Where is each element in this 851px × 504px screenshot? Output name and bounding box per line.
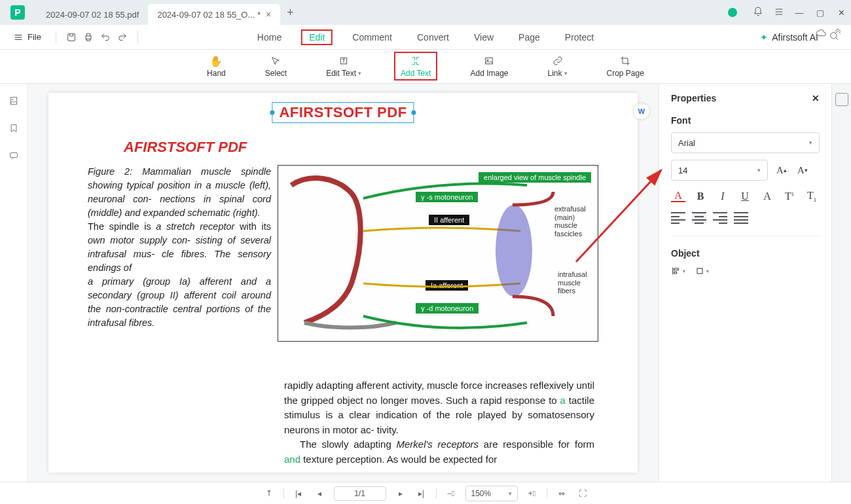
font-size-value: 14 xyxy=(678,166,687,175)
comment-icon[interactable] xyxy=(9,151,19,164)
cursor-icon xyxy=(270,54,281,67)
save-icon[interactable] xyxy=(65,31,77,43)
cloud-controls xyxy=(816,27,843,41)
sparkle-icon: ✦ xyxy=(760,32,768,43)
font-family-value: Arial xyxy=(678,138,695,148)
tab-label: 2024-09-07 02 18 55.pdf xyxy=(46,10,139,20)
tab-inactive[interactable]: 2024-09-07 02 18 55.pdf xyxy=(37,4,148,25)
ribbon-label: Link▾ xyxy=(548,69,568,78)
minimize-icon[interactable]: — xyxy=(795,8,804,18)
allcaps-button[interactable]: A xyxy=(760,190,774,202)
tab-edit[interactable]: Edit xyxy=(301,29,333,45)
hand-icon: ✋ xyxy=(209,54,223,67)
svg-rect-12 xyxy=(697,268,702,274)
font-size-select[interactable]: 14 ▾ xyxy=(671,160,768,181)
close-window-icon[interactable]: ✕ xyxy=(837,8,846,18)
first-page-icon[interactable]: ⤒ xyxy=(263,489,276,498)
align-justify-button[interactable] xyxy=(734,212,748,224)
word-export-icon[interactable]: W xyxy=(634,103,649,119)
tab-active[interactable]: 2024-09-07 02 18 55_O... * × xyxy=(148,4,280,25)
font-color-button[interactable]: A xyxy=(671,190,685,202)
canvas-area[interactable]: W AFIRSTSOFT PDF AFIRSTSOFT PDF Figure 2… xyxy=(27,84,659,482)
last-icon[interactable]: ▸| xyxy=(415,489,428,498)
zoom-out-icon[interactable]: −⃝ xyxy=(444,489,458,498)
added-text-selection[interactable]: AFIRSTSOFT PDF xyxy=(272,102,414,123)
maximize-icon[interactable]: ▢ xyxy=(816,8,825,18)
zoom-select[interactable]: 150%▾ xyxy=(465,486,518,501)
bold-button[interactable]: B xyxy=(693,190,708,202)
chevron-down-icon: ▾ xyxy=(809,139,812,146)
font-family-select[interactable]: Arial ▾ xyxy=(671,132,820,153)
ai-brand-button[interactable]: ✦ Afirstsoft AI xyxy=(760,32,818,43)
svg-point-9 xyxy=(496,205,532,297)
main-area: W AFIRSTSOFT PDF AFIRSTSOFT PDF Figure 2… xyxy=(0,84,851,482)
ribbon-crop-page[interactable]: Crop Page xyxy=(600,52,651,81)
svg-rect-11 xyxy=(674,272,677,274)
ribbon-label: Add Image xyxy=(470,69,508,78)
print-icon[interactable] xyxy=(82,31,94,43)
right-rail xyxy=(831,84,851,482)
bookmark-icon[interactable] xyxy=(9,123,19,136)
ribbon-label: Edit Text▾ xyxy=(326,69,361,78)
menu-icon[interactable] xyxy=(774,7,783,19)
tab-home[interactable]: Home xyxy=(252,29,287,45)
ribbon-link[interactable]: Link▾ xyxy=(541,52,574,81)
status-bar: ⤒ |◂ ◂ 1/1 ▸ ▸| −⃝ 150%▾ +⃝ ⇔ ⛶ xyxy=(0,482,851,504)
add-text-icon xyxy=(410,54,421,67)
bell-icon[interactable] xyxy=(753,7,762,19)
tab-view[interactable]: View xyxy=(469,29,499,45)
ribbon-add-image[interactable]: Add Image xyxy=(463,52,515,81)
align-right-button[interactable] xyxy=(713,212,727,224)
cloud-icon[interactable] xyxy=(816,27,826,41)
svg-rect-8 xyxy=(10,153,17,157)
decrease-font-icon[interactable]: A▾ xyxy=(795,163,810,177)
figure-caption: Figure 2: Mammalian muscle spindle showi… xyxy=(88,165,271,342)
fullscreen-icon[interactable]: ⛶ xyxy=(576,489,589,498)
ribbon-edit-text[interactable]: Edit Text▾ xyxy=(319,52,368,81)
align-objects-button[interactable]: ▾ xyxy=(671,265,685,277)
close-panel-icon[interactable]: ✕ xyxy=(812,93,820,103)
ribbon-select[interactable]: Select xyxy=(259,52,293,81)
title-bar: P 2024-09-07 02 18 55.pdf 2024-09-07 02 … xyxy=(0,0,851,25)
increase-font-icon[interactable]: A▴ xyxy=(774,163,789,177)
distribute-objects-button[interactable]: ▾ xyxy=(695,265,709,277)
fit-width-icon[interactable]: ⇔ xyxy=(555,489,568,498)
tab-page[interactable]: Page xyxy=(513,29,545,45)
ribbon-label: Add Text xyxy=(401,69,431,78)
svg-rect-10 xyxy=(674,268,679,270)
thumbnails-icon[interactable] xyxy=(9,96,19,109)
first-icon[interactable]: |◂ xyxy=(292,489,305,498)
alignment-row xyxy=(671,212,820,224)
ribbon-add-text[interactable]: Add Text xyxy=(394,52,437,81)
status-dot xyxy=(728,8,737,17)
italic-button[interactable]: I xyxy=(715,190,730,202)
added-text: AFIRSTSOFT PDF xyxy=(279,104,407,120)
underline-button[interactable]: U xyxy=(738,190,752,202)
undo-icon[interactable] xyxy=(100,31,111,43)
superscript-button[interactable]: T1 xyxy=(782,190,797,202)
redo-icon[interactable] xyxy=(117,31,128,43)
collapse-icon[interactable] xyxy=(833,27,843,41)
window-controls: — ▢ ✕ xyxy=(728,7,846,19)
align-center-button[interactable] xyxy=(692,212,706,224)
tab-comment[interactable]: Comment xyxy=(347,29,397,45)
align-left-button[interactable] xyxy=(671,212,685,224)
object-row: ▾ ▾ xyxy=(671,265,820,277)
panels-toggle-icon[interactable] xyxy=(835,93,848,106)
ribbon-hand[interactable]: ✋ Hand xyxy=(200,52,232,81)
add-tab-button[interactable]: + xyxy=(287,6,294,20)
zoom-in-icon[interactable]: +⃝ xyxy=(526,489,539,498)
file-menu-button[interactable]: File xyxy=(8,29,46,45)
ai-label: Afirstsoft AI xyxy=(772,32,818,43)
page-heading: AFIRSTSOFT PDF xyxy=(124,139,598,156)
prev-icon[interactable]: ◂ xyxy=(313,489,326,498)
svg-rect-1 xyxy=(86,36,91,39)
page-indicator[interactable]: 1/1 xyxy=(334,486,386,501)
tab-convert[interactable]: Convert xyxy=(412,29,454,45)
file-label: File xyxy=(27,32,41,42)
next-icon[interactable]: ▸ xyxy=(394,489,407,498)
figure-image: enlarged view of muscle spindle γ -s mot… xyxy=(278,165,598,342)
close-icon[interactable]: × xyxy=(266,9,271,20)
tab-protect[interactable]: Protect xyxy=(560,29,599,45)
subscript-button[interactable]: T1 xyxy=(805,190,819,203)
